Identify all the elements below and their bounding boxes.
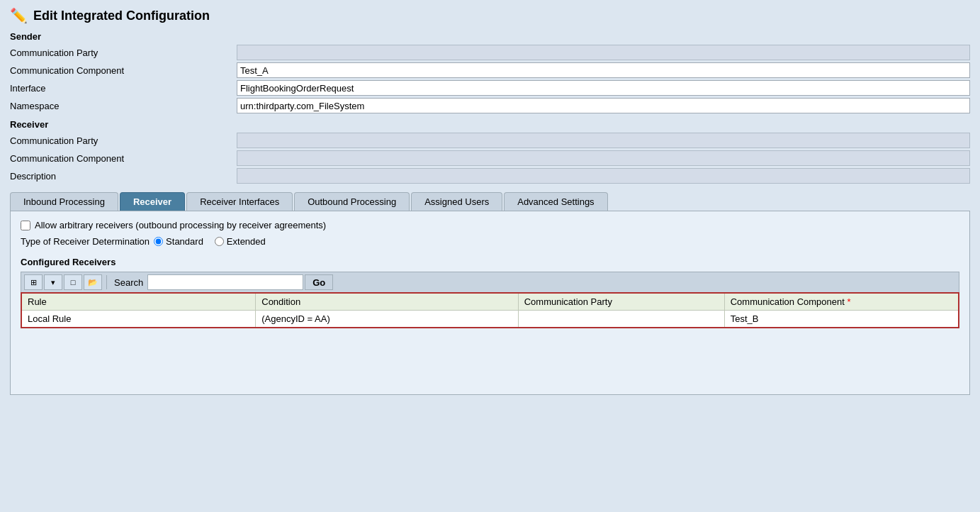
- folder-button[interactable]: 📂: [84, 274, 102, 290]
- cell-component: Test_B: [724, 311, 959, 328]
- delete-button[interactable]: □: [64, 274, 82, 290]
- tab-receiver-interfaces[interactable]: Receiver Interfaces: [186, 192, 293, 211]
- radio-group: Standard Extended: [154, 236, 266, 247]
- arbitrary-receivers-label: Allow arbitrary receivers (outbound proc…: [35, 220, 326, 230]
- cell-rule: Local Rule: [21, 311, 256, 328]
- cell-party: [518, 311, 724, 328]
- title-icon: ✏️: [10, 7, 28, 24]
- search-input[interactable]: [147, 274, 303, 290]
- receiver-component-input[interactable]: [237, 150, 970, 166]
- configured-receivers-section: Configured Receivers ⊞ ▾ □ 📂 Search Go: [21, 257, 959, 328]
- col-header-party: Communication Party: [518, 293, 724, 311]
- sender-component-label: Communication Component: [10, 62, 237, 78]
- sender-interface-input[interactable]: [237, 80, 970, 96]
- search-label: Search: [114, 277, 143, 288]
- tab-inbound[interactable]: Inbound Processing: [10, 192, 118, 211]
- sender-header: Sender: [10, 31, 970, 42]
- tabs-bar: Inbound Processing Receiver Receiver Int…: [10, 192, 970, 211]
- receiver-party-input[interactable]: [237, 133, 970, 148]
- sender-component-input[interactable]: [237, 62, 970, 78]
- toolbar-separator: [106, 275, 107, 289]
- page-container: ✏️ Edit Integrated Configuration Sender …: [0, 0, 980, 512]
- sender-namespace-input[interactable]: [237, 98, 970, 113]
- arbitrary-receivers-row: Allow arbitrary receivers (outbound proc…: [21, 220, 959, 230]
- tab-receiver[interactable]: Receiver: [120, 192, 185, 211]
- add-row-button[interactable]: ⊞: [24, 274, 43, 290]
- sender-section: Sender Communication Party Communication…: [10, 31, 970, 113]
- receiver-party-label: Communication Party: [10, 133, 237, 148]
- receiver-determination-label: Type of Receiver Determination: [21, 236, 150, 247]
- arbitrary-receivers-checkbox[interactable]: [21, 221, 30, 230]
- radio-extended-input[interactable]: [215, 237, 224, 246]
- receivers-table: Rule Condition Communication Party Commu…: [21, 292, 959, 328]
- radio-standard[interactable]: Standard: [154, 236, 203, 247]
- table-header-row: Rule Condition Communication Party Commu…: [21, 293, 959, 311]
- sender-namespace-label: Namespace: [10, 98, 237, 113]
- sender-interface-label: Interface: [10, 80, 237, 96]
- radio-extended-label: Extended: [227, 236, 266, 247]
- col-header-rule: Rule: [21, 293, 256, 311]
- receiver-description-label: Description: [10, 168, 237, 184]
- table-row: Local Rule (AgencyID = AA) Test_B: [21, 311, 959, 328]
- sender-form: Communication Party Communication Compon…: [10, 45, 970, 113]
- sender-party-label: Communication Party: [10, 45, 237, 60]
- receivers-toolbar: ⊞ ▾ □ 📂 Search Go: [21, 272, 959, 292]
- cell-condition: (AgencyID = AA): [256, 311, 518, 328]
- col-header-component: Communication Component *: [724, 293, 959, 311]
- radio-extended[interactable]: Extended: [215, 236, 266, 247]
- go-button[interactable]: Go: [305, 274, 333, 290]
- delete-icon: □: [71, 278, 76, 286]
- receiver-description-input[interactable]: [237, 168, 970, 184]
- folder-icon: 📂: [88, 278, 98, 287]
- add-icon: ⊞: [30, 278, 37, 287]
- add-dropdown-button[interactable]: ▾: [44, 274, 62, 290]
- receiver-form: Communication Party Communication Compon…: [10, 133, 970, 184]
- col-header-condition: Condition: [256, 293, 518, 311]
- tab-advanced-settings[interactable]: Advanced Settings: [504, 192, 607, 211]
- tab-outbound[interactable]: Outbound Processing: [294, 192, 410, 211]
- title-text: Edit Integrated Configuration: [33, 9, 210, 23]
- configured-receivers-header: Configured Receivers: [21, 257, 959, 267]
- radio-standard-input[interactable]: [154, 237, 163, 246]
- receiver-determination-row: Type of Receiver Determination Standard …: [21, 236, 959, 247]
- required-star: *: [847, 296, 851, 307]
- receiver-header: Receiver: [10, 119, 970, 130]
- dropdown-icon: ▾: [51, 278, 55, 287]
- receiver-component-label: Communication Component: [10, 150, 237, 166]
- tab-assigned-users[interactable]: Assigned Users: [411, 192, 502, 211]
- page-title: ✏️ Edit Integrated Configuration: [10, 7, 970, 24]
- radio-standard-label: Standard: [166, 236, 203, 247]
- sender-party-input[interactable]: [237, 45, 970, 60]
- receiver-section: Receiver Communication Party Communicati…: [10, 119, 970, 184]
- tab-content-receiver: Allow arbitrary receivers (outbound proc…: [10, 211, 970, 395]
